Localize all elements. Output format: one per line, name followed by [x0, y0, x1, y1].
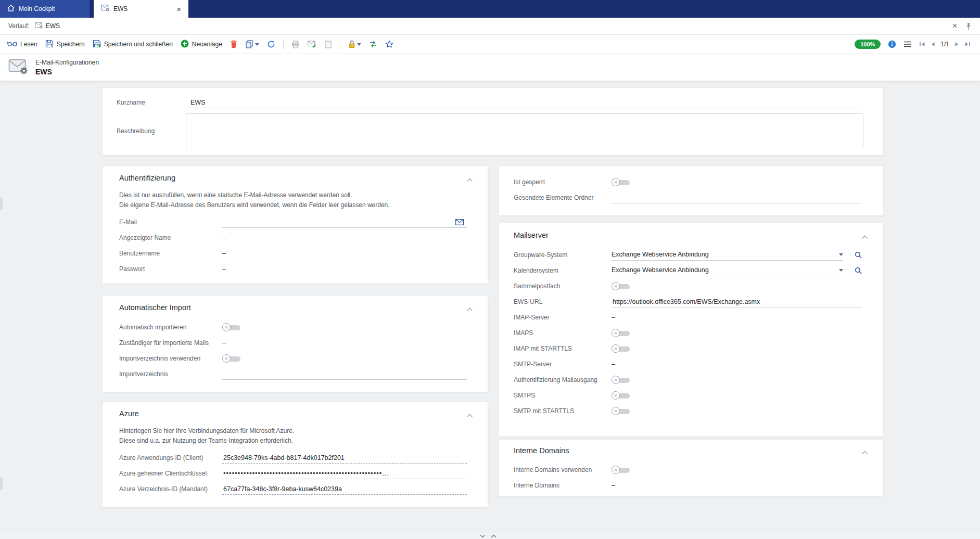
tab-label: EWS — [113, 5, 128, 12]
collapse-chevron-icon[interactable] — [860, 446, 869, 458]
tab-mein-cockpit[interactable]: Mein Cockpit — [0, 0, 90, 18]
zoom-badge[interactable]: 100% — [855, 40, 881, 49]
sent-items-value — [612, 201, 613, 203]
sent-items-label: Gesendete Elemente Ordner — [514, 194, 612, 201]
horizontal-scrollbar[interactable] — [0, 532, 980, 539]
prev-page-icon[interactable] — [931, 42, 935, 47]
imaps-toggle[interactable] — [612, 329, 631, 338]
azure-client-secret-field[interactable]: ••••••••••••••••••••••••••••••••••••••••… — [222, 468, 467, 479]
new-record-button[interactable]: Neuanlage — [181, 40, 222, 49]
email-field[interactable] — [222, 217, 467, 228]
password-label: Passwort — [119, 265, 222, 273]
close-icon[interactable] — [176, 5, 181, 13]
internal-domains-field[interactable]: – — [612, 482, 615, 489]
use-internal-domains-label: Interne Domains verwenden — [514, 466, 612, 473]
azure-tenant-id-label: Azure Verzeichnis-ID (Mandant) — [119, 485, 222, 493]
menu-icon[interactable] — [903, 41, 912, 47]
search-icon[interactable] — [855, 251, 862, 259]
imap-starttls-toggle[interactable] — [612, 344, 631, 353]
calendar-system-select[interactable]: Exchange Webservice Anbindung — [612, 265, 843, 276]
responsible-field[interactable]: – — [222, 339, 226, 346]
ews-url-field[interactable]: https://outlook.office365.com/EWS/Exchan… — [612, 297, 862, 307]
import-dir-field[interactable] — [222, 369, 467, 380]
smtp-server-field[interactable]: – — [612, 361, 615, 368]
auto-import-toggle[interactable] — [222, 323, 242, 332]
copy-icon[interactable] — [245, 40, 259, 48]
info-icon[interactable] — [888, 40, 896, 48]
email-value — [222, 226, 223, 227]
smtps-toggle[interactable] — [612, 391, 631, 400]
history-item-ews[interactable]: EWS — [35, 22, 60, 30]
mail-config-icon — [101, 5, 109, 13]
delete-icon[interactable] — [230, 40, 237, 48]
section-title: Interne Domains — [514, 446, 569, 455]
left-splitter-handle[interactable] — [0, 198, 3, 210]
last-page-icon[interactable] — [964, 42, 971, 47]
refresh-icon[interactable] — [267, 40, 275, 48]
azure-client-id-field[interactable]: 25c3e948-79ks-4abd-b817-4dk017b2f201 — [222, 453, 467, 464]
home-icon — [7, 5, 15, 13]
mail-config-icon — [35, 22, 43, 30]
hint-text: Die eigene E-Mail-Adresse des Benutzers … — [119, 200, 467, 210]
search-icon[interactable] — [855, 267, 862, 274]
azure-client-secret-label: Azure geheimer Clientschlüssel — [119, 470, 222, 477]
envelope-icon[interactable] — [455, 219, 464, 225]
next-page-icon[interactable] — [954, 42, 959, 47]
history-item-label: EWS — [46, 22, 60, 30]
collapse-chevron-icon[interactable] — [860, 231, 869, 242]
page-indicator: 1/1 — [940, 41, 949, 48]
kurzname-field[interactable]: EWS — [185, 97, 861, 108]
beschreibung-textarea[interactable] — [186, 113, 863, 148]
display-name-field[interactable]: – — [222, 234, 226, 241]
card-azure: Azure Hinterlegen Sie hier Ihre Verbindu… — [102, 401, 488, 508]
page-title: EWS — [35, 68, 99, 76]
collapse-chevron-icon[interactable] — [465, 303, 474, 315]
record-pager: 1/1 — [919, 41, 971, 48]
azure-tenant-id-field[interactable]: 67ca77fa-348c-3f8r-9eba-kusw64c0239a — [222, 484, 467, 495]
smtp-starttls-toggle[interactable] — [612, 407, 631, 416]
panel-collapse-control[interactable] — [480, 532, 497, 539]
save-and-close-button[interactable]: Speichern und schließen — [93, 40, 173, 49]
collapse-chevron-icon[interactable] — [465, 174, 474, 185]
use-import-dir-toggle[interactable] — [222, 354, 242, 363]
groupware-select[interactable]: Exchange Webservice Anbindung — [612, 250, 843, 261]
username-field[interactable]: – — [222, 250, 226, 257]
transfer-icon[interactable] — [369, 41, 377, 48]
mail-check-icon[interactable] — [308, 41, 316, 48]
lock-icon[interactable] — [348, 40, 361, 48]
section-title: Azure — [119, 409, 139, 418]
smtp-server-label: SMTP-Server — [514, 361, 612, 368]
is-locked-toggle[interactable] — [612, 178, 631, 187]
card-interne-domains: Interne Domains Interne Domains verwende… — [498, 440, 883, 497]
plus-circle-icon — [181, 40, 189, 49]
history-label: Verlauf: — [8, 22, 30, 30]
read-button[interactable]: Lesen — [7, 40, 37, 48]
shared-mailbox-label: Sammelpostfach — [514, 283, 612, 290]
internal-domains-toggle[interactable] — [612, 466, 631, 474]
save-button[interactable]: Speichern — [45, 40, 85, 49]
floppy-icon — [45, 40, 54, 49]
auto-import-label: Automatisch importieren — [119, 324, 222, 331]
first-page-icon[interactable] — [919, 42, 925, 47]
ews-url-label: EWS-URL — [514, 298, 612, 305]
collapse-chevron-icon[interactable] — [465, 409, 474, 421]
print-icon[interactable] — [291, 41, 300, 48]
star-icon[interactable] — [385, 40, 393, 48]
azure-tenant-id-value: 67ca77fa-348c-3f8r-9eba-kusw64c0239a — [222, 485, 342, 494]
azure-client-secret-value: ••••••••••••••••••••••••••••••••••••••••… — [222, 469, 389, 479]
imap-server-field[interactable]: – — [612, 314, 615, 321]
left-splitter-handle[interactable] — [0, 478, 3, 490]
document-icon[interactable] — [324, 41, 332, 48]
hint-text: Dies ist nur auszufüllen, wenn eine stat… — [119, 190, 467, 200]
card-authentifizierung: Authentifizierung Dies ist nur auszufüll… — [102, 165, 488, 284]
tab-bar: Mein Cockpit EWS — [0, 0, 980, 18]
password-field[interactable]: – — [222, 265, 226, 273]
hint-text: Diese sind u.a. zur Nutzung der Teams-In… — [119, 436, 467, 446]
tab-label: Mein Cockpit — [19, 5, 55, 12]
shared-mailbox-toggle[interactable] — [612, 282, 631, 291]
smtp-auth-toggle[interactable] — [612, 376, 631, 384]
pin-icon[interactable] — [965, 22, 972, 30]
sent-items-field[interactable] — [612, 192, 862, 203]
close-icon[interactable] — [952, 22, 957, 30]
tab-ews[interactable]: EWS — [94, 0, 188, 18]
